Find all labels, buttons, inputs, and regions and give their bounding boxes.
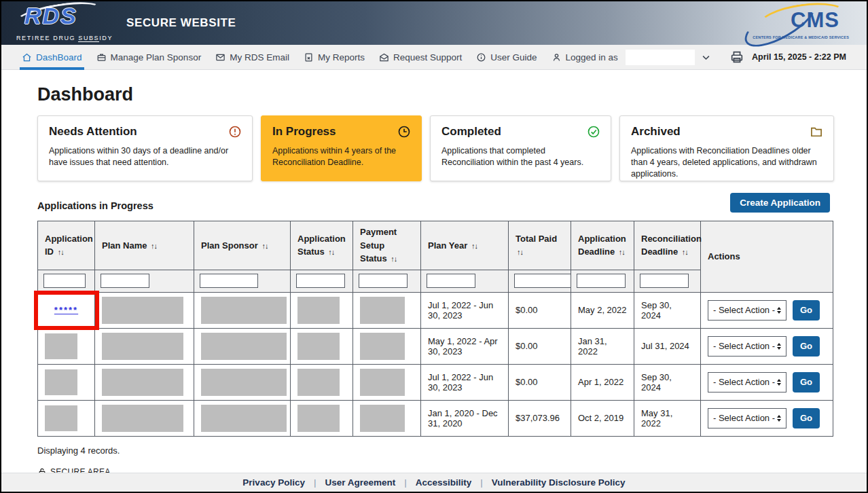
datetime-display: April 15, 2025 - 2:22 PM bbox=[752, 52, 846, 62]
filter-input-plan-name[interactable] bbox=[101, 274, 149, 288]
plan-year-cell: Jan 1, 2020 - Dec 31, 2020 bbox=[421, 400, 509, 436]
redacted-payment-setup-status bbox=[360, 405, 405, 432]
column-header-application-status[interactable]: Application Status ↑↓ bbox=[291, 221, 353, 270]
card-archived[interactable]: Archived Applications with Reconciliatio… bbox=[619, 115, 834, 181]
select-spinner-icon bbox=[777, 307, 781, 314]
footer-link-user-agreement[interactable]: User Agreement bbox=[325, 477, 395, 488]
filter-input-plan-sponsor[interactable] bbox=[200, 274, 258, 288]
card-needs-attention[interactable]: Needs Attention Applications within 30 d… bbox=[37, 115, 253, 181]
page-title: Dashboard bbox=[37, 84, 830, 105]
footer-separator: | bbox=[314, 477, 317, 488]
filter-input-application-deadline[interactable] bbox=[577, 274, 626, 288]
card-title: Needs Attention bbox=[49, 125, 241, 139]
redacted-plan-name bbox=[102, 369, 183, 396]
card-completed[interactable]: Completed Applications that completed Re… bbox=[430, 115, 611, 181]
footer-link-vulnerability-disclosure-policy[interactable]: Vulnerability Disclosure Policy bbox=[492, 477, 626, 488]
redacted-plan-name bbox=[102, 297, 183, 324]
total-paid-cell: $0.00 bbox=[509, 292, 571, 328]
report-file-icon bbox=[304, 52, 314, 62]
go-button[interactable]: Go bbox=[793, 408, 820, 428]
column-header-plan-year[interactable]: Plan Year ↑↓ bbox=[421, 221, 509, 270]
table-row: Jan 1, 2020 - Dec 31, 2020 $37,073.96 Oc… bbox=[38, 400, 833, 436]
card-description: Applications within 4 years of the Recon… bbox=[272, 145, 410, 168]
footer-link-privacy-policy[interactable]: Privacy Policy bbox=[242, 477, 305, 488]
record-count: Displaying 4 records. bbox=[37, 445, 830, 456]
footer-separator: | bbox=[404, 477, 407, 488]
card-in-progress[interactable]: In Progress Applications within 4 years … bbox=[261, 115, 422, 181]
user-icon bbox=[551, 52, 562, 62]
nav-user-guide[interactable]: User Guide bbox=[476, 45, 537, 70]
filter-input-payment-setup-status[interactable] bbox=[359, 274, 408, 288]
column-header-payment-setup-status[interactable]: Payment Setup Status ↑↓ bbox=[353, 221, 421, 270]
redacted-payment-setup-status bbox=[360, 333, 405, 360]
nav-manage-plan-sponsor-label: Manage Plan Sponsor bbox=[111, 52, 202, 62]
redacted-payment-setup-status bbox=[360, 297, 405, 324]
reconciliation-deadline-cell: May 31, 2022 bbox=[634, 400, 701, 436]
create-application-button[interactable]: Create Application bbox=[730, 193, 830, 213]
sort-icon: ↑↓ bbox=[391, 255, 397, 263]
column-header-application-deadline[interactable]: Application Deadline ↑↓ bbox=[571, 221, 634, 270]
nav-user-guide-label: User Guide bbox=[490, 52, 537, 62]
nav-request-support[interactable]: Request Support bbox=[379, 45, 462, 70]
envelope-icon bbox=[215, 52, 225, 62]
nav-manage-plan-sponsor[interactable]: Manage Plan Sponsor bbox=[96, 45, 202, 70]
redacted-application-status bbox=[297, 333, 340, 360]
sort-icon: ↑↓ bbox=[517, 248, 523, 256]
briefcase-icon bbox=[96, 52, 107, 62]
go-button[interactable]: Go bbox=[793, 336, 820, 357]
select-action-dropdown[interactable]: - Select Action - bbox=[708, 372, 786, 392]
logged-in-user-select[interactable] bbox=[626, 50, 695, 65]
filter-input-reconciliation-deadline[interactable] bbox=[640, 274, 689, 288]
column-header-total-paid[interactable]: Total Paid ↑↓ bbox=[509, 221, 571, 270]
select-action-dropdown[interactable]: - Select Action - bbox=[708, 408, 786, 428]
alert-circle-icon bbox=[228, 125, 242, 139]
nav-my-rds-email[interactable]: My RDS Email bbox=[215, 45, 289, 70]
application-id-link[interactable]: ***** bbox=[54, 305, 78, 315]
application-deadline-cell: Apr 1, 2022 bbox=[571, 364, 634, 400]
select-spinner-icon bbox=[777, 379, 781, 386]
plan-year-cell: Jul 1, 2022 - Jun 30, 2023 bbox=[421, 292, 509, 328]
filter-input-total-paid[interactable] bbox=[514, 274, 573, 288]
select-action-dropdown[interactable]: - Select Action - bbox=[708, 300, 786, 321]
main-nav: DashBoard Manage Plan Sponsor My RDS Ema… bbox=[1, 45, 867, 70]
application-id-cell: ***** bbox=[38, 292, 95, 328]
status-cards: Needs Attention Applications within 30 d… bbox=[37, 115, 830, 181]
sort-icon: ↑↓ bbox=[261, 242, 268, 250]
chevron-down-icon bbox=[701, 52, 711, 62]
filter-input-plan-year[interactable] bbox=[427, 274, 475, 288]
column-header-actions: Actions bbox=[701, 221, 833, 293]
column-header-application-id[interactable]: Application ID ↑↓ bbox=[38, 221, 95, 270]
filter-input-application-status[interactable] bbox=[296, 274, 345, 288]
sort-icon: ↑↓ bbox=[58, 248, 64, 256]
print-button[interactable] bbox=[729, 50, 744, 65]
footer-link-accessibility[interactable]: Accessibility bbox=[416, 477, 472, 488]
logged-in-as-label: Logged in as bbox=[566, 52, 618, 62]
column-header-reconciliation-deadline[interactable]: Reconciliation Deadline ↑↓ bbox=[634, 221, 701, 270]
reconciliation-deadline-cell: Sep 30, 2024 bbox=[634, 364, 701, 400]
redacted-application-id bbox=[45, 405, 77, 431]
column-header-plan-name[interactable]: Plan Name ↑↓ bbox=[95, 221, 194, 270]
table-row: May 1, 2022 - Apr 30, 2023 $0.00 Jan 31,… bbox=[38, 328, 833, 364]
redacted-payment-setup-status bbox=[360, 369, 405, 396]
total-paid-cell: $0.00 bbox=[509, 328, 571, 364]
redacted-plan-sponsor bbox=[201, 297, 287, 324]
cms-logo-text: CMS bbox=[791, 8, 839, 33]
select-action-dropdown[interactable]: - Select Action - bbox=[708, 336, 786, 357]
filter-input-application-id[interactable] bbox=[43, 274, 86, 288]
column-header-plan-sponsor[interactable]: Plan Sponsor ↑↓ bbox=[194, 221, 291, 270]
plan-year-cell: Jul 1, 2022 - Jun 30, 2023 bbox=[421, 364, 509, 400]
printer-icon bbox=[729, 50, 744, 65]
table-row: ***** Jul 1, 2022 - Jun 30, 2023 $0.00 M… bbox=[38, 292, 833, 328]
cms-logo: CMS Centers for Medicare & Medicaid Serv… bbox=[740, 5, 849, 41]
go-button[interactable]: Go bbox=[793, 300, 820, 321]
card-description: Applications that completed Reconciliati… bbox=[441, 145, 600, 168]
check-circle-icon bbox=[587, 125, 600, 139]
application-deadline-cell: Jan 31, 2022 bbox=[571, 328, 634, 364]
go-button[interactable]: Go bbox=[793, 372, 820, 392]
nav-dashboard[interactable]: DashBoard bbox=[22, 45, 82, 70]
rds-logo: RDS RETIREE DRUG SUBSIDY bbox=[16, 3, 109, 43]
nav-my-reports[interactable]: My Reports bbox=[304, 45, 365, 70]
select-spinner-icon bbox=[777, 343, 781, 350]
sort-icon: ↑↓ bbox=[619, 248, 625, 256]
home-icon bbox=[22, 52, 32, 62]
